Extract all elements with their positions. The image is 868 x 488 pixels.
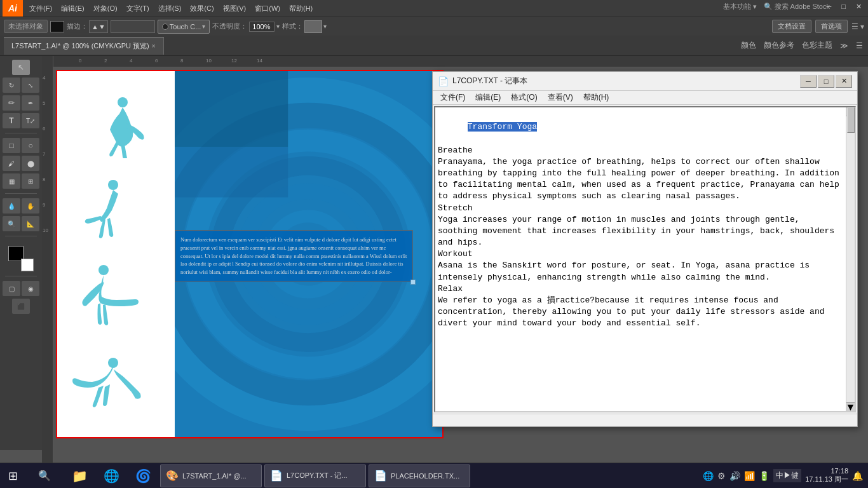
menu-view[interactable]: 视图(V) xyxy=(219,3,250,15)
scale-tool[interactable]: ⤡ xyxy=(22,78,39,93)
tray-icon-1[interactable]: 🌐 xyxy=(703,471,714,481)
menu-window[interactable]: 窗口(W) xyxy=(251,3,284,15)
menu-edit[interactable]: 编辑(E) xyxy=(57,3,88,15)
maximize-btn[interactable]: □ xyxy=(837,1,850,12)
taskbar-edge[interactable]: 🌐 xyxy=(95,463,127,489)
color-theme-panel-tab[interactable]: 色彩主题 xyxy=(801,39,834,52)
taskbar-illustrator-app[interactable]: 🎨 L7START_1.AI* @... xyxy=(160,464,262,487)
start-button[interactable]: ⊞ xyxy=(0,463,25,489)
tab-close-icon[interactable]: × xyxy=(152,43,156,50)
basic-function-btn[interactable]: 基本功能 ▾ xyxy=(723,2,757,11)
notifications-icon[interactable]: 🔔 xyxy=(852,471,863,481)
style-preview[interactable] xyxy=(304,20,322,33)
taskbar-time[interactable]: 17:18 17.11.13 周一 xyxy=(805,467,848,484)
normal-view[interactable]: ▢ xyxy=(3,281,20,296)
measure-tool[interactable]: 📐 xyxy=(22,216,39,231)
menu-effect[interactable]: 效果(C) xyxy=(186,3,217,15)
system-tray: 🌐 ⚙ 🔊 📶 🔋 中▶健 17:18 17.11.13 周一 🔔 xyxy=(703,467,868,484)
opacity-dropdown-icon[interactable]: ▾ xyxy=(276,23,280,30)
active-tab[interactable]: L7START_1.AI* @ 100% (CMYK/GPU 预览) × xyxy=(4,37,164,55)
ime-indicator[interactable]: 中▶健 xyxy=(773,469,801,482)
text-anchor-handle[interactable] xyxy=(410,280,416,285)
illustrator-taskbar-label: L7START_1.AI* @... xyxy=(182,472,247,480)
ellipse-tool[interactable]: ○ xyxy=(22,138,39,153)
stroke-color[interactable] xyxy=(21,259,34,271)
notepad-close-btn[interactable]: ✕ xyxy=(836,75,852,88)
pen-tool[interactable]: ✏ xyxy=(3,95,20,111)
shape-tools: □ ○ xyxy=(3,138,39,153)
notepad-menu-file[interactable]: 文件(F) xyxy=(435,91,470,104)
type-area-tool[interactable]: T⤢ xyxy=(22,113,39,128)
misc-tools: 💧 ✋ xyxy=(3,198,39,214)
zoom-tools: 🔍 📐 xyxy=(3,216,39,231)
fill-color-box[interactable] xyxy=(50,21,64,32)
yoga-figure-4 xyxy=(65,356,167,414)
file-explorer-icon: 📁 xyxy=(72,468,88,484)
preferences-button[interactable]: 首选项 xyxy=(815,20,848,33)
scroll-down-btn[interactable]: ▼ xyxy=(846,402,855,411)
yoga-figure-2 xyxy=(75,180,158,243)
type-tool[interactable]: T xyxy=(3,113,20,128)
stroke-label: 描边： xyxy=(67,22,88,31)
touch-dropdown-icon[interactable]: ▾ xyxy=(202,23,205,30)
notepad-menu-view[interactable]: 查看(V) xyxy=(543,91,578,104)
stroke-value[interactable]: ▲▼ xyxy=(89,20,108,33)
notepad-content-area[interactable]: Transform Yoga Breathe Pranayama, the yo… xyxy=(434,106,856,412)
taskbar-notepad-app[interactable]: 📄 L7COPY.TXT - 记... xyxy=(264,464,366,487)
opacity-value[interactable]: 100% xyxy=(249,22,275,32)
tray-icon-2[interactable]: ⚙ xyxy=(717,471,726,481)
minimize-btn[interactable]: ─ xyxy=(823,1,836,12)
menu-file[interactable]: 文件(F) xyxy=(25,3,56,15)
taskbar-search-btn[interactable]: 🔍 xyxy=(25,463,64,489)
tray-icon-4[interactable]: 📶 xyxy=(744,471,755,481)
taskbar-browser[interactable]: 🌀 xyxy=(127,463,159,489)
gradient-tool[interactable]: ▦ xyxy=(3,173,20,189)
brush-tool[interactable]: 🖌 xyxy=(3,156,20,171)
change-screen-mode[interactable]: ⬛ xyxy=(12,299,30,314)
menu-select[interactable]: 选择(S) xyxy=(154,3,186,15)
menu-text[interactable]: 文字(T) xyxy=(123,3,153,15)
zoom-tool[interactable]: 🔍 xyxy=(3,216,20,231)
mesh-tool[interactable]: ⊞ xyxy=(22,173,39,189)
notepad-scrollbar[interactable]: ▲ ▼ xyxy=(846,107,855,411)
gradient-bar[interactable] xyxy=(111,20,155,33)
notepad-menu-edit[interactable]: 编辑(E) xyxy=(470,91,506,104)
rotate-tool[interactable]: ↻ xyxy=(3,78,20,93)
taskbar-pinned-apps: 📁 🌐 🌀 xyxy=(64,463,159,489)
menu-object[interactable]: 对象(O) xyxy=(90,3,121,15)
preview-view[interactable]: ◉ xyxy=(22,281,39,296)
draw-tools: ✏ ✒ xyxy=(3,95,39,111)
panel-expand-icon[interactable]: ≫ xyxy=(839,40,850,51)
notepad-maximize-btn[interactable]: □ xyxy=(818,75,834,88)
scroll-thumb[interactable] xyxy=(847,107,855,133)
tab-bar: L7START_1.AI* @ 100% (CMYK/GPU 预览) × 颜色 … xyxy=(0,36,868,56)
eyedropper-tool[interactable]: 💧 xyxy=(3,198,20,214)
style-dropdown-icon[interactable]: ▾ xyxy=(323,23,327,30)
rect-tool[interactable]: □ xyxy=(3,138,20,153)
design-canvas: Num doloreetum ven esequam ver suscipist… xyxy=(56,70,444,438)
hand-tool[interactable]: ✋ xyxy=(22,198,39,214)
color-panel-tab[interactable]: 颜色 xyxy=(740,39,757,52)
notepad-minimize-btn[interactable]: ─ xyxy=(800,75,817,88)
tray-icon-3[interactable]: 🔊 xyxy=(729,471,740,481)
notepad-menu-format[interactable]: 格式(O) xyxy=(506,91,542,104)
doc-settings-button[interactable]: 文档设置 xyxy=(772,20,811,33)
taskbar-placeholder-app[interactable]: 📄 PLACEHOLDER.TX... xyxy=(369,464,470,487)
notepad-main-content: Breathe Pranayama, the yoga practice of … xyxy=(438,146,839,329)
select-tool[interactable]: ↖ xyxy=(12,60,30,75)
panel-menu-icon[interactable]: ☰ xyxy=(855,40,864,51)
color-ref-panel-tab[interactable]: 颜色参考 xyxy=(763,39,796,52)
blob-brush-tool[interactable]: ⬤ xyxy=(22,156,39,171)
yoga-figure-1 xyxy=(75,95,158,158)
toolbar-extra-btn[interactable]: ☰ ▾ xyxy=(851,22,864,31)
ai-menubar: Ai 文件(F) 编辑(E) 对象(O) 文字(T) 选择(S) 效果(C) 视… xyxy=(0,0,868,17)
close-btn[interactable]: ✕ xyxy=(852,1,865,12)
notepad-selected-text: Transform Yoga xyxy=(468,122,537,132)
tray-icon-5[interactable]: 🔋 xyxy=(759,471,770,481)
pencil-tool[interactable]: ✒ xyxy=(22,95,39,111)
menu-help[interactable]: 帮助(H) xyxy=(285,3,316,15)
notepad-menu-help[interactable]: 帮助(H) xyxy=(578,91,614,104)
taskbar-file-explorer[interactable]: 📁 xyxy=(64,463,95,489)
search-stock-btn[interactable]: 🔍 搜索 Adobe Stock xyxy=(764,2,831,11)
touch-brush-btn[interactable]: Touch C... ▾ xyxy=(158,20,210,34)
